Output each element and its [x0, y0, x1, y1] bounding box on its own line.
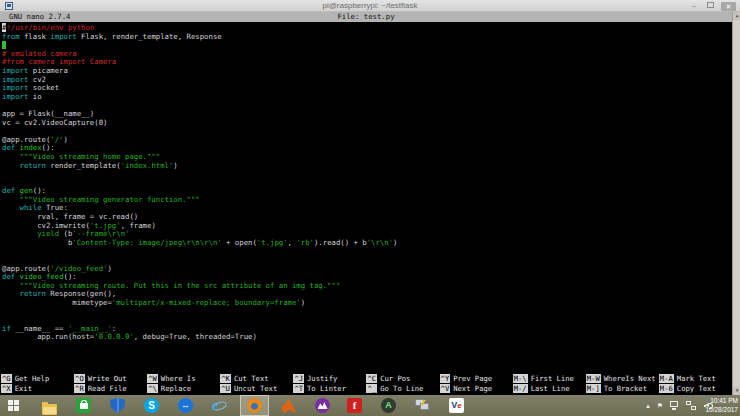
shortcut-label: WhereIs Next [604, 374, 656, 383]
nano-shortcut: M-6Copy Text [659, 384, 732, 394]
teamviewer-button[interactable]: ↔ [178, 398, 193, 413]
remote-devices-button[interactable] [415, 398, 430, 413]
skype-button[interactable]: S [144, 398, 159, 413]
nano-shortcut: M-]To Bracket [586, 384, 659, 394]
code-token: 'multipart/x-mixed-replace; boundary=fra… [112, 298, 301, 307]
code-line: app.run(host='0.0.0.0', debug=True, thre… [2, 333, 397, 342]
shortcut-label: Cut Text [234, 374, 269, 383]
screen-small-icon [691, 406, 696, 410]
nano-shortcut: ^UUncut Text [220, 384, 293, 394]
shortcut-key: ^W [147, 374, 158, 383]
file-explorer-button[interactable] [42, 398, 57, 413]
action-center-flag-icon[interactable]: ⚑ [657, 402, 663, 410]
shortcut-key: M-W [586, 374, 601, 383]
shortcut-key: M-6 [659, 384, 674, 393]
shortcut-label: Replace [161, 384, 191, 393]
nano-shortcut: ^YPrev Page [440, 374, 513, 384]
windows-store-button[interactable] [76, 398, 91, 413]
code-area[interactable]: #!/usr/bin/env pythonfrom flask import F… [2, 24, 397, 342]
nano-shortcut: M-\First Line [513, 374, 586, 384]
code-token: flask [20, 32, 51, 41]
code-line: vc = cv2.VideoCapture(0) [2, 119, 397, 128]
nano-shortcut: M-/Last Line [513, 384, 586, 394]
internet-explorer-button[interactable]: e [212, 398, 227, 413]
network-base [672, 408, 676, 410]
shortcut-key: ^V [440, 384, 451, 393]
code-token: 'Content-Type: image/jpeg\r\n\r\n' [72, 238, 221, 247]
minimize-button[interactable]: – [689, 1, 699, 11]
nano-file-label: File: test.py [0, 12, 732, 22]
shortcut-label: Mark Text [677, 374, 716, 383]
code-line: import picamera [2, 67, 397, 76]
vnc-viewer-button[interactable]: Ve [449, 398, 464, 413]
shortcut-label: Go To Line [380, 384, 423, 393]
code-line: mimetype='multipart/x-mixed-replace; bou… [2, 299, 397, 308]
shortcut-row-1: ^GGet Help^OWrite Out^WWhere Is^KCut Tex… [1, 374, 732, 384]
code-line: import cv2 [2, 76, 397, 85]
shortcut-key: M-] [586, 384, 601, 393]
nano-shortcut: ^OWrite Out [74, 374, 147, 384]
nano-shortcut: ^GGet Help [1, 374, 74, 384]
code-token: ) [107, 264, 111, 273]
shortcut-key: M-\ [513, 374, 528, 383]
code-token: ) [393, 238, 397, 247]
scrollbar[interactable]: ▲ ▼ [732, 12, 740, 395]
code-token: , debug=True, threaded=True) [134, 332, 257, 341]
start-button[interactable] [8, 400, 20, 411]
shortcut-key: ^G [1, 374, 12, 383]
hidden-icons-caret[interactable]: ▴ [646, 402, 650, 410]
network-icon[interactable] [670, 401, 679, 410]
nano-shortcut: ^\Replace [147, 384, 220, 394]
start-pane [14, 406, 19, 411]
terminal[interactable]: #!/usr/bin/env pythonfrom flask import F… [0, 22, 732, 395]
code-token: b [2, 238, 72, 247]
nano-shortcut: ^KCut Text [220, 374, 293, 384]
code-line: return render_template('index.html') [2, 162, 397, 171]
folder-icon [42, 404, 57, 415]
shortcut-label: Read File [88, 384, 127, 393]
code-token: '\r\n' [367, 238, 393, 247]
code-line: @app.route('/') [2, 136, 397, 145]
shortcut-label: Get Help [15, 374, 50, 383]
shortcut-key: ^T [293, 384, 304, 393]
start-pane [8, 406, 13, 411]
code-token: return [20, 161, 46, 170]
shortcut-key: ^\ [147, 384, 158, 393]
nano-shortcuts: ^GGet Help^OWrite Out^WWhere Is^KCut Tex… [1, 374, 732, 394]
system-tray: ▴ ⚑ [646, 395, 712, 416]
firefox-button[interactable] [247, 398, 262, 413]
code-line: import socket [2, 84, 397, 93]
purple-app-button[interactable] [315, 398, 330, 413]
taskbar-clock[interactable]: 10:41 PM 10/28/2017 [705, 397, 738, 414]
window-titlebar[interactable]: pi@raspberrypi: ~/testflask – ✕ [0, 0, 740, 12]
code-line [2, 308, 397, 317]
close-button[interactable]: ✕ [721, 2, 736, 11]
shortcut-label: Prev Page [453, 374, 492, 383]
code-line [2, 170, 397, 179]
shortcut-label: Write Out [88, 374, 127, 383]
code-token: + open( [222, 238, 257, 247]
shortcut-key: ^Y [440, 374, 451, 383]
scroll-down-icon[interactable]: ▼ [733, 387, 740, 395]
shortcut-label: To Bracket [604, 384, 647, 393]
shortcut-key: ^O [74, 374, 85, 383]
red-f-app-button[interactable]: f [347, 398, 362, 413]
code-token: app.run(host= [2, 332, 94, 341]
nano-shortcut: M-AMark Text [659, 374, 732, 384]
shortcut-label: Justify [307, 374, 337, 383]
shortcut-key: ^X [1, 384, 12, 393]
window-controls: – ✕ [689, 0, 736, 12]
nano-shortcut: ^CCur Pos [366, 374, 439, 384]
code-token: io [28, 92, 41, 101]
code-token: ) [173, 161, 177, 170]
defender-shield-button[interactable] [110, 398, 125, 413]
maximize-icon [707, 2, 714, 8]
matlab-button[interactable] [281, 398, 296, 413]
network-screen [670, 401, 678, 407]
scroll-up-icon[interactable]: ▲ [733, 12, 740, 20]
remote-session-icon[interactable] [686, 401, 696, 410]
android-studio-button[interactable]: A [381, 398, 396, 413]
shortcut-label: Exit [15, 384, 32, 393]
putty-window: pi@raspberrypi: ~/testflask – ✕ GNU nano… [0, 0, 740, 395]
maximize-button[interactable] [705, 1, 715, 11]
